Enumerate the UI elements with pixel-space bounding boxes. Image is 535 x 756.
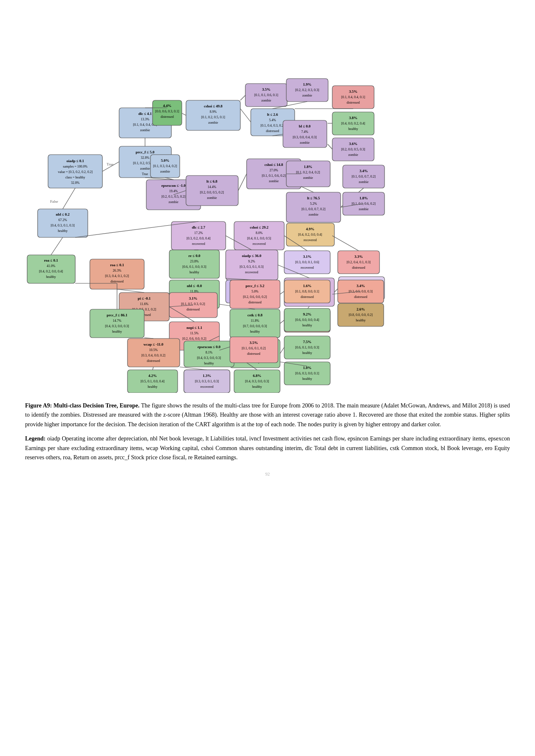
svg-text:67.2%: 67.2% (59, 218, 67, 222)
svg-text:epsexcon ≤ 0.0: epsexcon ≤ 0.0 (197, 345, 221, 349)
svg-text:3.3%: 3.3% (354, 255, 363, 259)
node-cstk: cstk ≤ 0.8 11.8% [0.7, 0.0, 0.0, 0.3] he… (230, 309, 280, 338)
svg-text:7.5%: 7.5% (303, 340, 311, 344)
svg-line-104 (238, 174, 247, 191)
svg-text:1.8%: 1.8% (304, 165, 312, 169)
svg-text:healthy: healthy (302, 377, 312, 381)
svg-text:[0.2, 0.5, 0.0, 0.3]: [0.2, 0.5, 0.0, 0.3] (349, 290, 373, 293)
node-distressed-16: 1.6% [0.1, 0.8, 0.0, 0.1] distressed (284, 280, 330, 303)
svg-line-98 (328, 144, 332, 149)
svg-text:bl ≤ 0.0: bl ≤ 0.0 (299, 124, 311, 128)
svg-text:distressed: distressed (186, 308, 200, 311)
svg-text:26.3%: 26.3% (113, 269, 122, 272)
svg-line-12 (63, 188, 75, 209)
svg-line-215 (280, 347, 284, 354)
svg-text:wcap ≤ -11.0: wcap ≤ -11.0 (143, 342, 163, 346)
svg-text:healthy: healthy (148, 385, 158, 389)
svg-text:zombie: zombie (348, 153, 358, 157)
svg-text:zombie: zombie (208, 121, 218, 125)
node-healthy-68: 6.8% [0.4, 0.3, 0.0, 0.3] healthy (234, 370, 280, 393)
svg-text:[0.6, 0.1, 0.0, 0.3]: [0.6, 0.1, 0.0, 0.3] (295, 346, 319, 349)
svg-text:zombie: zombie (359, 207, 369, 211)
svg-text:1.6%: 1.6% (303, 284, 311, 288)
svg-text:[0.1, 0.0, 0.7, 0.2]: [0.1, 0.0, 0.7, 0.2] (352, 175, 376, 178)
svg-text:4.9%: 4.9% (306, 227, 314, 231)
node-wcap: wcap ≤ -11.0 10.5% [0.3, 0.4, 0.0, 0.2] … (127, 339, 180, 367)
svg-text:[0.1, 0.1, 0.6, 0.1]: [0.1, 0.1, 0.6, 0.1] (254, 93, 278, 97)
svg-text:14.4%: 14.4% (208, 185, 217, 189)
svg-text:oiadp ≤ 0.1: oiadp ≤ 0.1 (66, 159, 84, 163)
svg-text:[0.4, 0.3, 0.0, 0.3]: [0.4, 0.3, 0.0, 0.3] (245, 379, 269, 383)
svg-text:distressed: distressed (147, 359, 160, 363)
svg-text:recovered: recovered (245, 270, 258, 274)
svg-text:epsexcon ≤ -1.0: epsexcon ≤ -1.0 (161, 183, 186, 188)
svg-text:1.8%: 1.8% (359, 196, 368, 200)
node-re: re ≤ 0.0 23.8% [0.6, 0.1, 0.0, 0.3] heal… (169, 250, 219, 278)
svg-text:3.6%: 3.6% (349, 142, 357, 146)
svg-text:3.5%: 3.5% (250, 341, 258, 345)
node-healthy-26: 2.6% [0.8, 0.0, 0.0, 0.2] healthy (338, 303, 384, 326)
node-prcc-f-861: prcc_f ≤ 86.1 14.7% [0.4, 0.3, 0.0, 0.3]… (90, 309, 144, 338)
svg-text:[0.3, 0.4, 0.0, 0.2]: [0.3, 0.4, 0.0, 0.2] (141, 354, 166, 357)
svg-text:recovered: recovered (301, 266, 314, 270)
svg-text:zombie: zombie (303, 176, 313, 180)
node-oiadp360: oiadp ≤ 36.0 9.2% [0.3, 0.3, 0.1, 0.3] r… (226, 250, 278, 280)
svg-text:3.5%: 3.5% (349, 89, 357, 94)
svg-text:3.1%: 3.1% (189, 296, 197, 300)
svg-text:[0.2, 0.4, 0.1, 0.3]: [0.2, 0.4, 0.1, 0.3] (346, 260, 371, 264)
svg-text:[0.1, 0.6, 0.1, 0.2]: [0.1, 0.6, 0.1, 0.2] (242, 346, 266, 350)
svg-line-66 (240, 95, 245, 100)
svg-text:[0.2, 0.6, 0.0, 0.2]: [0.2, 0.6, 0.0, 0.2] (182, 337, 206, 341)
svg-text:[0.4, 0.3, 0.0, 0.3]: [0.4, 0.3, 0.0, 0.3] (105, 324, 129, 328)
svg-text:distressed: distressed (247, 352, 260, 356)
svg-text:zombie: zombie (300, 141, 310, 145)
node-healthy-92: 9.2% [0.6, 0.0, 0.0, 0.4] healthy (284, 308, 330, 331)
svg-text:[0.6, 0.3, 0.0, 0.1]: [0.6, 0.3, 0.0, 0.1] (295, 372, 319, 375)
svg-text:3.5%: 3.5% (262, 87, 270, 92)
svg-text:distressed: distressed (160, 115, 174, 119)
svg-text:[0.4, 0.1, 0.0, 0.5]: [0.4, 0.1, 0.0, 0.5] (247, 237, 271, 240)
svg-text:4.4%: 4.4% (163, 104, 171, 108)
svg-text:zombie: zombie (302, 94, 312, 97)
svg-text:[0.1, 0.8, 0.0, 0.1]: [0.1, 0.8, 0.0, 0.1] (295, 290, 319, 293)
node-zombie-50: 5.0% [0.1, 0.3, 0.4, 0.2] zombie (150, 155, 180, 178)
node-nbl: nbl ≤ 0.2 67.2% [0.4, 0.3, 0.1, 0.3] hea… (38, 209, 88, 237)
svg-text:[0.3, 0.0, 0.4, 0.3]: [0.3, 0.0, 0.4, 0.3] (293, 135, 317, 139)
node-healthy-42: 4.2% [0.5, 0.1, 0.0, 0.4] healthy (127, 370, 178, 393)
svg-text:healthy: healthy (189, 270, 199, 274)
svg-text:5.0%: 5.0% (252, 290, 259, 293)
svg-text:recovered: recovered (303, 238, 317, 242)
svg-text:cstk ≤ 0.8: cstk ≤ 0.8 (247, 313, 263, 317)
svg-text:[0.1, 0.4, 0.3, 0.2]: [0.1, 0.4, 0.3, 0.2] (260, 124, 285, 127)
svg-text:healthy: healthy (250, 330, 260, 333)
svg-text:zombie: zombie (168, 200, 178, 204)
svg-text:3.4%: 3.4% (357, 284, 365, 288)
tree-svg: oiadp ≤ 0.1 samples = 100.0% value = [0.… (25, 17, 510, 393)
node-zombie-36: 3.6% [0.2, 0.0, 0.5, 0.3] zombie (332, 138, 374, 161)
svg-text:healthy: healthy (356, 318, 366, 322)
node-zombie-19: 1.9% [0.2, 0.2, 0.3, 0.3] zombie (286, 79, 328, 102)
svg-text:[0.2, 0.0, 0.5, 0.3]: [0.2, 0.0, 0.5, 0.3] (341, 148, 365, 151)
svg-text:17.2%: 17.2% (194, 231, 203, 235)
svg-text:[0.4, 0.3, 0.1, 0.3]: [0.4, 0.3, 0.1, 0.3] (51, 224, 75, 227)
svg-line-72 (240, 109, 251, 122)
svg-text:oiadp ≤ 36.0: oiadp ≤ 36.0 (242, 254, 262, 258)
svg-text:cshoi ≤ 14.8: cshoi ≤ 14.8 (265, 163, 283, 167)
node-epsexcon-00: epsexcon ≤ 0.0 8.1% [0.4, 0.3, 0.0, 0.3]… (184, 341, 234, 367)
svg-text:5.2%: 5.2% (310, 202, 317, 206)
svg-line-204 (280, 320, 284, 323)
svg-text:prcc_f ≤ 5.0: prcc_f ≤ 5.0 (135, 150, 155, 154)
svg-text:9.2%: 9.2% (248, 260, 255, 263)
svg-text:27.0%: 27.0% (270, 168, 278, 172)
svg-text:[0.3, 0.3, 0.1, 0.3]: [0.3, 0.3, 0.1, 0.3] (195, 379, 219, 383)
svg-text:pi ≤ -0.1: pi ≤ -0.1 (138, 296, 151, 300)
legend-text: oiadp Operating income after depreciatio… (25, 435, 510, 461)
svg-text:True: True (142, 172, 148, 176)
svg-text:1.3%: 1.3% (203, 374, 211, 378)
svg-text:healthy: healthy (348, 127, 358, 131)
figure-caption: Figure A9: Multi-class Decision Tree, Eu… (25, 401, 510, 467)
svg-text:[0.1, 0.5, 0.3, 0.2]: [0.1, 0.5, 0.3, 0.2] (181, 302, 205, 306)
svg-text:[0.6, 0.0, 0.0, 0.4]: [0.6, 0.0, 0.0, 0.4] (295, 318, 319, 322)
svg-text:9.2%: 9.2% (303, 312, 311, 316)
svg-text:prcc_f ≤ 86.1: prcc_f ≤ 86.1 (107, 313, 127, 317)
